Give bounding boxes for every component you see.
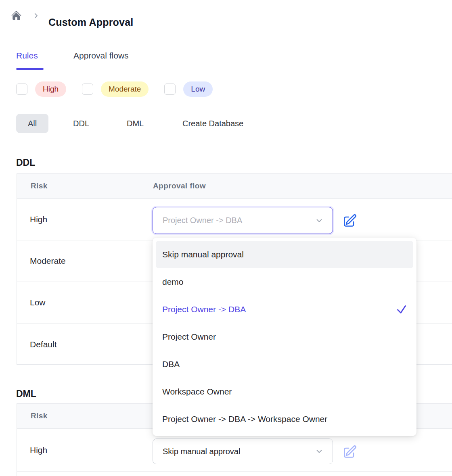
home-icon[interactable] [11,10,22,21]
dropdown-option-project-owner[interactable]: Project Owner [156,323,413,351]
ddl-section-heading: DDL [16,157,35,168]
pencil-square-icon [343,213,357,228]
dropdown-option-label: Project Owner -> DBA [162,305,246,314]
risk-label: Low [30,298,46,307]
custom-approval-page: Custom Approval Rules Approval flows Hig… [0,0,452,476]
column-header-risk: Risk [31,411,48,420]
active-tab-underline [16,68,44,70]
dml-high-approval-flow-select[interactable]: Skip manual approval [153,438,333,464]
category-filter-ddl[interactable]: DDL [73,114,89,133]
moderate-checkbox[interactable] [82,84,93,95]
risk-filter-moderate: Moderate [82,81,149,97]
category-filter-create-database[interactable]: Create Database [182,114,243,133]
dropdown-option-dba[interactable]: DBA [156,351,413,378]
dropdown-option-skip-manual-approval[interactable]: Skip manual approval [156,241,413,268]
check-icon [396,303,408,315]
low-checkbox[interactable] [164,84,176,95]
low-badge[interactable]: Low [183,81,213,97]
risk-label: Default [30,340,57,349]
risk-filter-row: High Moderate Low [16,81,213,97]
risk-label: High [30,445,47,455]
dropdown-option-demo[interactable]: demo [156,268,413,296]
select-value: Project Owner -> DBA [163,216,315,225]
ddl-table-header: Risk Approval flow [17,174,452,199]
column-header-risk: Risk [31,182,48,190]
dml-section-heading: DML [16,388,36,399]
column-header-approval-flow: Approval flow [153,182,206,190]
dropdown-option-project-owner-dba[interactable]: Project Owner -> DBA [156,296,413,323]
ddl-high-approval-flow-select[interactable]: Project Owner -> DBA [153,207,333,234]
page-title: Custom Approval [48,17,133,28]
breadcrumb-chevron-icon [32,12,40,19]
pencil-square-icon [343,445,357,459]
risk-label: High [30,215,47,224]
section-divider [16,105,452,105]
ddl-high-edit-flow-button[interactable] [343,213,357,228]
tab-approval-flows[interactable]: Approval flows [73,51,129,61]
category-filter-all[interactable]: All [16,114,48,133]
high-badge[interactable]: High [35,81,66,97]
risk-label: Moderate [30,256,66,266]
dropdown-option-workspace-owner[interactable]: Workspace Owner [156,378,413,405]
tab-rules[interactable]: Rules [16,51,38,61]
chevron-down-icon [315,447,324,456]
chevron-down-icon [315,216,324,225]
category-filter-dml[interactable]: DML [127,114,144,133]
risk-filter-high: High [16,81,66,97]
moderate-badge[interactable]: Moderate [101,81,149,97]
risk-filter-low: Low [164,81,213,97]
high-checkbox[interactable] [16,84,27,95]
approval-flow-dropdown: Skip manual approval demo Project Owner … [153,238,416,436]
select-value: Skip manual approval [163,447,315,456]
dropdown-option-project-owner-dba-workspace-owner[interactable]: Project Owner -> DBA -> Workspace Owner [156,405,413,433]
dml-high-edit-flow-button[interactable] [343,445,357,459]
